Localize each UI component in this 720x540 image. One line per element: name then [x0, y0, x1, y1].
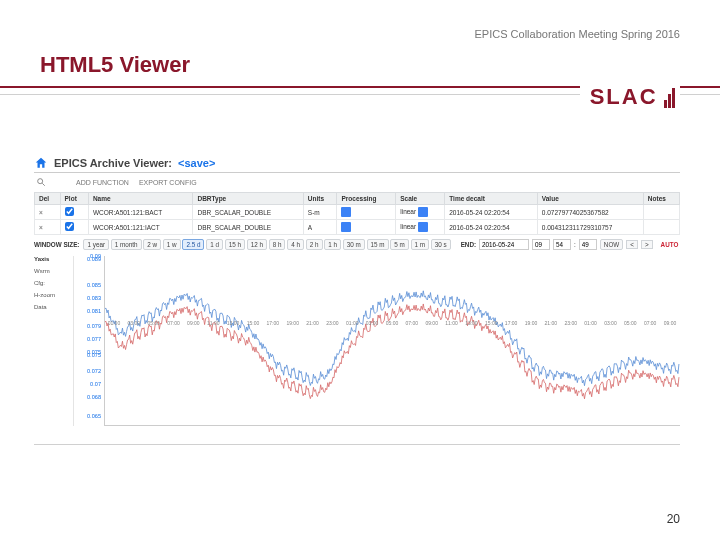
x-tick: 17:00 — [501, 320, 521, 330]
pv-name: WCOR:A501:121:IACT — [88, 220, 193, 235]
pv-scale[interactable]: linear — [396, 205, 445, 220]
window-size-button[interactable]: 1 d — [206, 239, 223, 250]
window-size-button[interactable]: 1 m — [411, 239, 430, 250]
toolbar-add-function[interactable]: ADD FUNCTION — [76, 179, 129, 186]
x-tick: 07:00 — [640, 320, 660, 330]
pv-processing[interactable] — [337, 220, 396, 235]
window-size-button[interactable]: 1 h — [324, 239, 341, 250]
prev-button[interactable]: < — [626, 240, 638, 249]
meeting-label: EPICS Collaboration Meeting Spring 2016 — [475, 28, 680, 40]
pv-processing[interactable] — [337, 205, 396, 220]
series-line — [105, 291, 679, 386]
window-size-button[interactable]: 1 month — [111, 239, 142, 250]
left-panel-item[interactable]: H-zoom — [34, 292, 71, 298]
y-tick: 0.072 — [87, 368, 101, 374]
table-row: ×WCOR:A501:121:IACTDBR_SCALAR_DOUBLEAlin… — [35, 220, 680, 235]
y-tick: 0.085 — [87, 282, 101, 288]
window-size-button[interactable]: 1 w — [163, 239, 181, 250]
window-size-button[interactable]: 30 s — [431, 239, 451, 250]
x-tick: 07:00 — [402, 320, 422, 330]
pv-name: WCOR:A501:121:BACT — [88, 205, 193, 220]
window-size-button[interactable]: 30 m — [343, 239, 365, 250]
window-size-row: WINDOW SIZE: 1 year 1 month 2 w 1 w 2.5 … — [34, 239, 680, 250]
viewer-app: EPICS Archive Viewer: <save> ADD FUNCTIO… — [34, 156, 680, 426]
col-plot: Plot — [60, 193, 88, 205]
pv-dbrtype: DBR_SCALAR_DOUBLE — [193, 205, 303, 220]
plot-canvas[interactable] — [104, 256, 680, 426]
window-size-button[interactable]: 1 year — [83, 239, 109, 250]
y-axis: 0.090.0890.0850.0830.0810.0790.0770.0750… — [74, 256, 104, 426]
y-tick: 0.079 — [87, 323, 101, 329]
plot-checkbox[interactable] — [60, 220, 88, 235]
col-processing: Processing — [337, 193, 396, 205]
delete-button[interactable]: × — [35, 205, 61, 220]
pv-value: 0.004312311729310757 — [537, 220, 643, 235]
left-panel-item[interactable]: Wsrm — [34, 268, 71, 274]
x-tick: 21:00 — [303, 320, 323, 330]
app-toolbar: ADD FUNCTION EXPORT CONFIG — [34, 175, 680, 192]
y-tick: 0.068 — [87, 394, 101, 400]
search-icon[interactable] — [36, 177, 46, 188]
chart-area: Yaxis Wsrm Cfg: H-zoom Data 0.090.0890.0… — [34, 256, 680, 426]
x-axis: 01:0003:0005:0007:0009:0011:0013:0015:00… — [104, 320, 680, 330]
left-panel-item[interactable]: Cfg: — [34, 280, 71, 286]
slide-title: HTML5 Viewer — [40, 52, 190, 78]
left-panel-item[interactable]: Data — [34, 304, 71, 310]
toolbar-export-config[interactable]: EXPORT CONFIG — [139, 179, 197, 186]
x-tick: 13:00 — [461, 320, 481, 330]
x-tick: 09:00 — [183, 320, 203, 330]
col-del: Del — [35, 193, 61, 205]
table-row: ×WCOR:A501:121:BACTDBR_SCALAR_DOUBLES-ml… — [35, 205, 680, 220]
x-tick: 09:00 — [660, 320, 680, 330]
end-min-input[interactable] — [553, 239, 571, 250]
plot-checkbox[interactable] — [60, 205, 88, 220]
table-header-row: Del Plot Name DBRType Units Processing S… — [35, 193, 680, 205]
x-tick: 11:00 — [203, 320, 223, 330]
col-units: Units — [303, 193, 337, 205]
auto-button[interactable]: AUTO — [661, 241, 679, 248]
window-size-button[interactable]: 15 h — [225, 239, 245, 250]
col-scale: Scale — [396, 193, 445, 205]
next-button[interactable]: > — [641, 240, 653, 249]
end-date-input[interactable] — [479, 239, 529, 250]
end-sec-input[interactable] — [579, 239, 597, 250]
slac-logo: SLAC — [580, 84, 680, 116]
pv-notes — [643, 205, 679, 220]
x-tick: 03:00 — [124, 320, 144, 330]
save-button[interactable]: <save> — [178, 157, 215, 169]
now-button[interactable]: NOW — [600, 239, 623, 250]
window-size-button[interactable]: 5 m — [390, 239, 409, 250]
window-size-button[interactable]: 2 w — [143, 239, 161, 250]
x-tick: 15:00 — [481, 320, 501, 330]
app-header: EPICS Archive Viewer: <save> — [34, 156, 680, 173]
y-tick: 0.065 — [87, 413, 101, 419]
x-tick: 19:00 — [283, 320, 303, 330]
x-tick: 05:00 — [382, 320, 402, 330]
y-tick: 0.075 — [87, 352, 101, 358]
x-tick: 01:00 — [104, 320, 124, 330]
x-tick: 01:00 — [342, 320, 362, 330]
x-tick: 05:00 — [144, 320, 164, 330]
window-size-button[interactable]: 2.5 d — [182, 239, 204, 250]
window-size-button[interactable]: 2 h — [306, 239, 323, 250]
pv-units: A — [303, 220, 337, 235]
window-size-button[interactable]: 4 h — [287, 239, 304, 250]
window-size-button[interactable]: 8 h — [269, 239, 286, 250]
home-icon[interactable] — [34, 156, 48, 170]
delete-button[interactable]: × — [35, 220, 61, 235]
pv-units: S-m — [303, 205, 337, 220]
pv-time: 2016-05-24 02:20:54 — [445, 220, 538, 235]
pv-time: 2016-05-24 02:20:54 — [445, 205, 538, 220]
window-size-button[interactable]: 15 m — [367, 239, 389, 250]
end-hour-input[interactable] — [532, 239, 550, 250]
x-tick: 03:00 — [600, 320, 620, 330]
y-tick: 0.081 — [87, 308, 101, 314]
x-tick: 19:00 — [521, 320, 541, 330]
page-number: 20 — [667, 512, 680, 526]
window-size-button[interactable]: 12 h — [247, 239, 267, 250]
pv-value: 0.07279774025367582 — [537, 205, 643, 220]
pv-scale[interactable]: linear — [396, 220, 445, 235]
y-tick: 0.089 — [87, 256, 101, 262]
col-notes: Notes — [643, 193, 679, 205]
x-tick: 17:00 — [263, 320, 283, 330]
